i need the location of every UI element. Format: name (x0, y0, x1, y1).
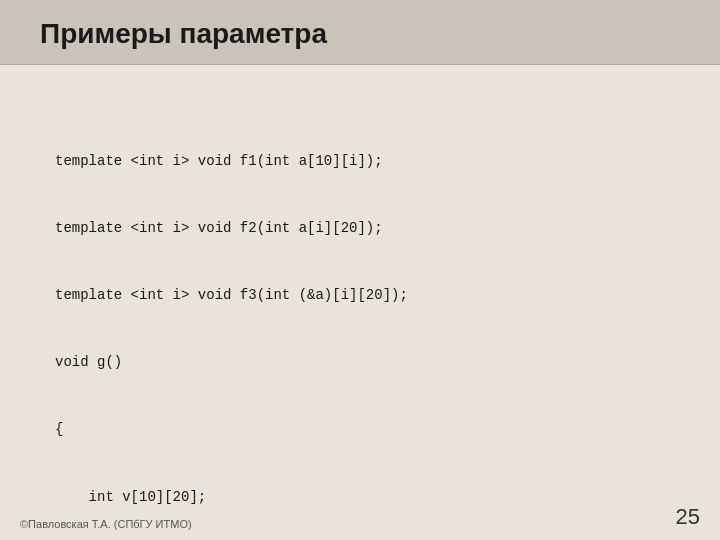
footer: ©Павловская Т.А. (СПбГУ ИТМО) 25 (0, 504, 720, 530)
page-number: 25 (676, 504, 700, 530)
title-bar: Примеры параметра (0, 0, 720, 65)
code-line-1: template <int i> void f1(int a[10][i]); (55, 150, 665, 172)
content-area: template <int i> void f1(int a[10][i]); … (0, 65, 720, 540)
code-line-5: { (55, 418, 665, 440)
code-line-4: void g() (55, 351, 665, 373)
slide: Примеры параметра template <int i> void … (0, 0, 720, 540)
slide-title: Примеры параметра (40, 18, 327, 49)
code-block: template <int i> void f1(int a[10][i]); … (55, 105, 665, 540)
code-line-2: template <int i> void f2(int a[i][20]); (55, 217, 665, 239)
footer-left: ©Павловская Т.А. (СПбГУ ИТМО) (20, 518, 192, 530)
code-line-3: template <int i> void f3(int (&a)[i][20]… (55, 284, 665, 306)
